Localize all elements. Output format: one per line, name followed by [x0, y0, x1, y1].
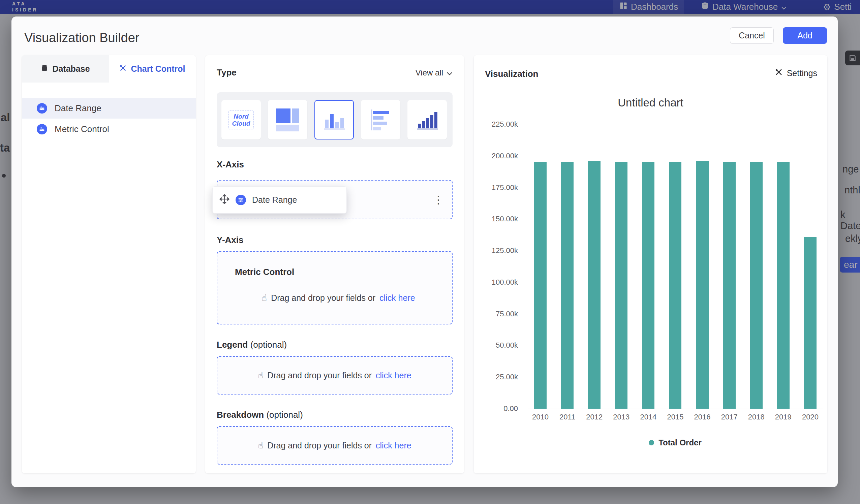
y-axis-ticks: 225.00k200.00k175.00k150.00k125.00k100.0… [474, 124, 518, 409]
type-label: Type [217, 67, 236, 78]
field-date-range-label: Date Range [55, 103, 101, 114]
drop-hint-text: Drag and drop your fields or [271, 293, 375, 303]
visualization-panel: Visualization Settings Untitled chart 22… [474, 55, 827, 473]
y-tick: 0.00 [503, 404, 518, 413]
y-axis-field-label: Metric Control [235, 267, 442, 277]
chart-plot: 2010201120122013201420152016201720182019… [528, 124, 822, 409]
chart-type-horizontal-bar[interactable] [361, 100, 400, 140]
settings-button[interactable]: Settings [775, 68, 817, 78]
horizontal-bar-icon [369, 108, 392, 132]
y-tick: 150.00k [492, 215, 518, 224]
bar-2012: 2012 [588, 124, 601, 409]
x-axis-dropzone[interactable]: Date Range ⋮ [217, 180, 453, 219]
x-tick: 2019 [775, 413, 792, 421]
x-tick: 2013 [613, 413, 630, 421]
x-tick: 2018 [748, 413, 765, 421]
field-metric-control[interactable]: Metric Control [22, 119, 196, 140]
modal-title: Visualization Builder [24, 31, 140, 45]
control-field-list: Date Range Metric Control [22, 98, 196, 140]
drop-hint-text: Drag and drop your fields or [267, 441, 372, 450]
y-tick: 75.00k [496, 309, 518, 318]
chart-type-column[interactable] [407, 100, 447, 140]
add-button[interactable]: Add [783, 27, 827, 44]
x-tick: 2016 [694, 413, 711, 421]
tab-chart-control-label: Chart Control [131, 64, 185, 74]
hand-icon: ☝ [258, 370, 263, 380]
click-here-link[interactable]: click here [376, 441, 412, 450]
field-metric-control-label: Metric Control [55, 124, 109, 134]
bar-chart-icon [322, 108, 346, 132]
click-here-link[interactable]: click here [379, 293, 415, 303]
column-chart-icon [416, 108, 439, 132]
bar-2018: 2018 [750, 124, 763, 409]
x-tick: 2015 [667, 413, 684, 421]
tools-icon [775, 68, 783, 78]
bar-2017: 2017 [723, 124, 736, 409]
x-axis-label: X-Axis [217, 159, 453, 170]
breakdown-section-label: Breakdown (optional) [217, 410, 453, 420]
bar-2020: 2020 [804, 124, 817, 409]
y-axis-label: Y-Axis [217, 235, 453, 245]
tab-chart-control[interactable]: Chart Control [109, 55, 196, 83]
bar-2015: 2015 [669, 124, 682, 409]
control-icon [235, 195, 246, 205]
tools-icon [119, 64, 127, 74]
nord-cloud-logo: Nord Cloud [228, 111, 254, 129]
view-all-dropdown[interactable]: View all [416, 68, 453, 77]
x-tick: 2011 [559, 413, 575, 421]
x-tick: 2017 [721, 413, 738, 421]
cancel-button[interactable]: Cancel [730, 27, 774, 44]
builder-panel: Type View all Nord Cloud [205, 55, 464, 473]
chart-title: Untitled chart [474, 96, 827, 109]
legend-section-label: Legend (optional) [217, 340, 453, 350]
bar-2011: 2011 [561, 124, 574, 409]
x-tick: 2020 [802, 413, 819, 421]
chart-type-treemap[interactable] [268, 100, 307, 140]
view-all-label: View all [416, 68, 443, 77]
bar-2016: 2016 [696, 124, 709, 409]
chevron-down-icon [446, 68, 453, 77]
bar-2010: 2010 [534, 124, 547, 409]
y-tick: 175.00k [492, 183, 518, 192]
chart-legend: Total Order [528, 438, 822, 447]
hand-icon: ☝ [261, 293, 267, 303]
treemap-icon [276, 108, 300, 132]
tab-database[interactable]: Database [22, 55, 109, 83]
legend-label: Total Order [658, 438, 702, 447]
y-tick: 225.00k [492, 120, 518, 129]
legend-marker [649, 440, 654, 445]
chart-type-kpi[interactable]: Nord Cloud [221, 100, 261, 140]
bar-2014: 2014 [642, 124, 655, 409]
x-tick: 2014 [640, 413, 657, 421]
bar-2019: 2019 [777, 124, 790, 409]
tab-database-label: Database [52, 64, 90, 74]
y-axis-dropzone[interactable]: Metric Control ☝ Drag and drop your fiel… [217, 251, 453, 325]
click-here-link[interactable]: click here [376, 371, 412, 380]
y-tick: 125.00k [492, 246, 518, 255]
chart-type-bar[interactable] [314, 100, 354, 140]
visualization-builder-modal: Visualization Builder Cancel Add Databas… [12, 16, 838, 487]
fields-panel: Database Chart Control Date Range Met [22, 55, 196, 473]
chart-type-selector: Nord Cloud [217, 92, 453, 147]
move-icon [219, 194, 229, 206]
y-tick: 25.00k [496, 373, 518, 381]
kebab-menu-icon[interactable]: ⋮ [433, 195, 444, 205]
y-tick: 100.00k [492, 278, 518, 287]
control-icon [37, 103, 47, 114]
visualization-header: Visualization [485, 69, 538, 79]
breakdown-dropzone[interactable]: ☝ Drag and drop your fields or click her… [217, 426, 453, 464]
field-date-range[interactable]: Date Range [22, 98, 196, 119]
legend-dropzone[interactable]: ☝ Drag and drop your fields or click her… [217, 356, 453, 394]
control-icon [37, 124, 47, 134]
x-tick: 2010 [532, 413, 549, 421]
database-icon [41, 64, 48, 74]
dragged-field-chip[interactable]: Date Range [212, 186, 347, 214]
y-tick: 50.00k [496, 341, 518, 350]
settings-label: Settings [787, 68, 817, 78]
hand-icon: ☝ [258, 440, 263, 450]
y-tick: 200.00k [492, 152, 518, 160]
x-tick: 2012 [586, 413, 603, 421]
drop-hint-text: Drag and drop your fields or [267, 371, 372, 380]
bar-2013: 2013 [615, 124, 628, 409]
modal-actions: Cancel Add [730, 27, 827, 44]
